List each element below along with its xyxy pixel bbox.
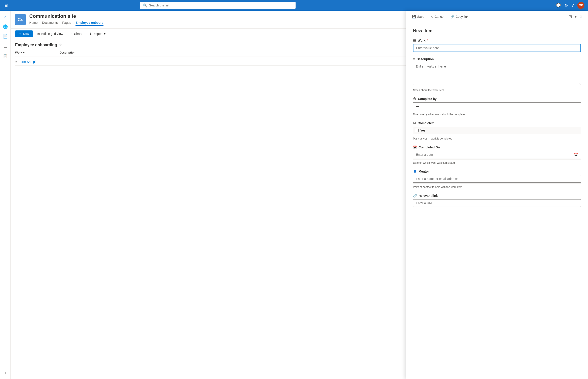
row-link[interactable]: Form Sample — [19, 60, 37, 63]
new-button[interactable]: ＋ New — [15, 31, 33, 37]
sidebar-item-lists[interactable]: ☰ — [1, 42, 10, 51]
save-icon: 💾 — [412, 15, 416, 18]
completed-on-label-text: Completed On — [419, 145, 440, 149]
complete-by-label-text: Complete by — [418, 97, 437, 101]
export-chevron-icon: ▾ — [104, 32, 106, 35]
save-label: Save — [417, 15, 424, 18]
mentor-label: 👤 Mentor — [413, 170, 581, 173]
left-sidebar: ⌂ 🌐 📄 ☰ 📋 ＋ — [0, 11, 11, 379]
mentor-icon: 👤 — [413, 170, 417, 173]
chat-icon[interactable]: 💬 — [556, 3, 561, 8]
complete-icon: ☑ — [413, 121, 416, 125]
work-label-text: Work — [418, 39, 425, 42]
mentor-field: 👤 Mentor Point of contact to help with t… — [413, 170, 581, 189]
row-cell-work: ✳ Form Sample — [15, 60, 60, 63]
mentor-input[interactable] — [413, 175, 581, 183]
completed-on-wrapper: 📅 — [413, 151, 581, 158]
work-input[interactable] — [413, 44, 581, 52]
site-nav: Home Documents Pages Employee onboard — [29, 20, 104, 26]
cancel-button[interactable]: ✕ Cancel — [429, 14, 446, 19]
settings-icon[interactable]: ⚙ — [564, 3, 568, 8]
complete-by-icon: ⏱ — [413, 97, 416, 101]
work-field-label: ☰ Work * — [413, 39, 581, 42]
share-label: Share — [74, 32, 82, 35]
nav-documents[interactable]: Documents — [42, 20, 58, 26]
close-button[interactable]: ✕ — [578, 13, 584, 20]
description-field-icon: ≡ — [413, 57, 415, 61]
completed-on-icon: 📅 — [413, 145, 417, 149]
search-bar: 🔍 — [140, 2, 296, 9]
grid-icon: ⊞ — [37, 32, 40, 35]
star-icon[interactable]: ☆ — [59, 43, 62, 47]
sidebar-item-sites[interactable]: 🌐 — [1, 22, 10, 31]
link-icon: 🔗 — [451, 15, 454, 18]
cancel-label: Cancel — [435, 15, 444, 18]
asterisk-icon: ✳ — [15, 60, 17, 63]
yes-checkbox[interactable] — [415, 129, 419, 132]
description-field: ≡ Description Notes about the work item — [413, 57, 581, 92]
copy-link-label: Copy link — [456, 15, 468, 18]
complete-by-hint: Due date by when work should be complete… — [413, 113, 581, 116]
help-icon[interactable]: ? — [572, 3, 574, 8]
complete-label-text: Complete? — [418, 121, 434, 125]
complete-by-label: ⏱ Complete by — [413, 97, 581, 101]
completed-on-hint: Date on which work was completed — [413, 161, 581, 164]
waffle-icon[interactable]: ⊞ — [3, 2, 9, 9]
panel-header: 💾 Save ✕ Cancel 🔗 Copy link ⊡ ▾ ✕ — [406, 11, 588, 23]
site-info: Communication site Home Documents Pages … — [29, 13, 104, 26]
complete-by-input[interactable] — [413, 102, 581, 110]
calendar-picker-icon[interactable]: 📅 — [574, 153, 578, 157]
relevant-link-field: 🔗 Relevant link — [413, 194, 581, 207]
column-header-work[interactable]: Work ▾ — [15, 51, 60, 54]
complete-field: ☑ Complete? Yes Mark as yes, if work is … — [413, 121, 581, 140]
panel-header-right: ⊡ ▾ ✕ — [568, 13, 584, 20]
share-icon: ↗ — [70, 32, 73, 35]
export-label: Export — [93, 32, 102, 35]
top-nav-right: 💬 ⚙ ? MK — [556, 2, 585, 9]
export-icon: ⬇ — [90, 32, 92, 35]
copy-link-button[interactable]: 🔗 Copy link — [449, 14, 470, 19]
mentor-hint: Point of contact to help with the work i… — [413, 186, 581, 189]
avatar[interactable]: MK — [577, 2, 585, 9]
cancel-icon: ✕ — [431, 15, 433, 18]
sidebar-item-add[interactable]: ＋ — [1, 368, 10, 377]
complete-label: ☑ Complete? — [413, 121, 581, 125]
side-panel: 💾 Save ✕ Cancel 🔗 Copy link ⊡ ▾ ✕ New it… — [406, 11, 588, 379]
nav-home[interactable]: Home — [29, 20, 38, 26]
export-button[interactable]: ⬇ Export ▾ — [87, 31, 108, 37]
description-textarea[interactable] — [413, 63, 581, 85]
description-hint: Notes about the work item — [413, 89, 581, 92]
nav-employee-onboard[interactable]: Employee onboard — [75, 20, 104, 26]
column-sort-icon: ▾ — [23, 51, 25, 54]
completed-on-field: 📅 Completed On 📅 Date on which work was … — [413, 145, 581, 164]
site-name: Communication site — [29, 13, 104, 19]
column-description-label: Description — [60, 51, 75, 54]
completed-on-input[interactable] — [413, 151, 581, 158]
sidebar-item-home[interactable]: ⌂ — [1, 13, 10, 21]
top-navigation: ⊞ 🔍 💬 ⚙ ? MK — [0, 0, 588, 11]
share-button[interactable]: ↗ Share — [67, 31, 85, 37]
save-button[interactable]: 💾 Save — [410, 14, 426, 19]
search-input[interactable] — [149, 3, 293, 7]
panel-expand-button[interactable]: ⊡ — [568, 13, 573, 20]
completed-on-label: 📅 Completed On — [413, 145, 581, 149]
site-logo: Cs — [15, 14, 26, 25]
relevant-link-input[interactable] — [413, 199, 581, 207]
sidebar-item-library[interactable]: 📋 — [1, 51, 10, 61]
yes-checkbox-label[interactable]: Yes — [420, 129, 425, 132]
new-button-label: New — [23, 32, 29, 35]
work-field-icon: ☰ — [413, 39, 416, 42]
edit-grid-button[interactable]: ⊞ Edit in grid view — [35, 31, 66, 37]
search-icon: 🔍 — [143, 3, 147, 8]
panel-dropdown-button[interactable]: ▾ — [574, 13, 578, 20]
description-field-label: ≡ Description — [413, 57, 581, 61]
relevant-link-label: 🔗 Relevant link — [413, 194, 581, 197]
description-label-text: Description — [417, 57, 434, 61]
sidebar-item-pages[interactable]: 📄 — [1, 32, 10, 41]
relevant-link-icon: 🔗 — [413, 194, 417, 197]
required-indicator: * — [427, 39, 428, 42]
complete-checkbox-row: Yes — [413, 127, 581, 134]
edit-grid-label: Edit in grid view — [41, 32, 63, 35]
complete-by-field: ⏱ Complete by Due date by when work shou… — [413, 97, 581, 116]
nav-pages[interactable]: Pages — [62, 20, 71, 26]
